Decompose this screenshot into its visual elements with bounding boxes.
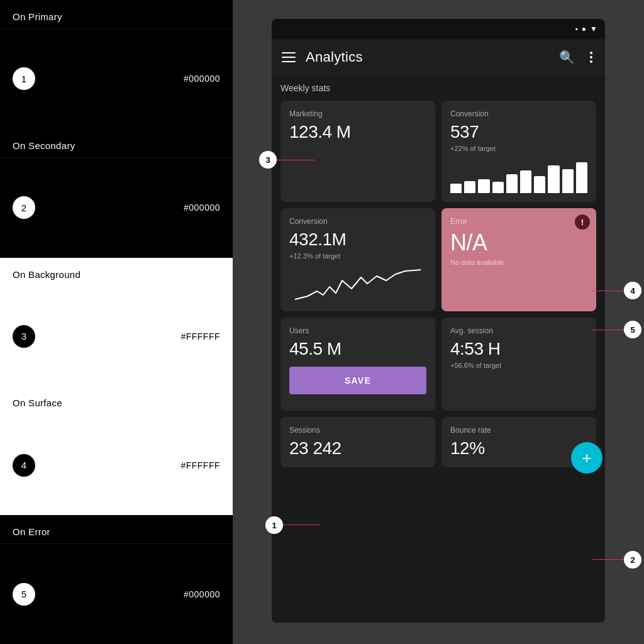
marketing-card: Marketing 123.4 M (280, 101, 435, 202)
on-primary-label: On Primary (0, 0, 233, 28)
on-error-label: On Error (0, 515, 233, 543)
status-square-icon: ▪ (575, 25, 578, 33)
left-panel: On Primary 1 #000000 On Secondary 2 #000… (0, 0, 233, 644)
conversion-top-value: 537 (450, 122, 587, 142)
annotation-4: 4 (624, 282, 641, 299)
on-error-row-1: 5 #000000 (0, 543, 233, 644)
annotation-line-5 (592, 330, 624, 330)
marketing-label: Marketing (289, 109, 426, 118)
bar-7 (534, 176, 545, 194)
on-secondary-row-1: 2 #000000 (0, 157, 233, 258)
on-surface-row-1: 4 #FFFFFF (0, 414, 233, 515)
annotation-2: 2 (624, 551, 641, 569)
content-area: Weekly stats Marketing 123.4 M Conversio… (272, 75, 605, 623)
status-circle-icon: ● (582, 25, 586, 33)
more-button[interactable] (587, 50, 595, 64)
users-value: 45.5 M (289, 339, 426, 359)
on-secondary-label: On Secondary (0, 129, 233, 157)
bar-5 (506, 174, 518, 193)
annotation-5: 5 (624, 321, 641, 338)
conversion-bottom-label: Conversion (289, 217, 426, 226)
bar-4 (492, 182, 504, 193)
error-card: Error ! N/A No data available (441, 208, 596, 311)
cards-grid: Marketing 123.4 M Conversion 537 +22% of… (280, 101, 596, 467)
on-background-row-1: 3 #FFFFFF (0, 286, 233, 387)
hex-4: #FFFFFF (180, 460, 220, 470)
bar-10 (576, 162, 587, 194)
error-label: Error (450, 217, 587, 226)
right-panel: 3 4 5 1 2 ▪ ● ▼ Analytics 🔍 (233, 0, 644, 644)
annotation-line-2 (592, 559, 624, 560)
on-background-section: On Background 3 #FFFFFF (0, 258, 233, 387)
on-surface-label: On Surface (0, 386, 233, 414)
conversion-bottom-value: 432.1M (289, 230, 426, 250)
avg-session-value: 4:53 H (450, 339, 587, 359)
error-sub: No data available (450, 258, 587, 266)
badge-1: 1 (13, 67, 35, 90)
hex-1: #000000 (184, 74, 220, 84)
error-value: N/A (450, 230, 587, 256)
on-primary-section: On Primary 1 #000000 (0, 0, 233, 129)
bar-3 (478, 179, 489, 193)
annotation-line-1 (283, 525, 321, 525)
status-bar: ▪ ● ▼ (272, 19, 605, 39)
bar-8 (548, 165, 559, 193)
users-card: Users 45.5 M SAVE (280, 318, 435, 411)
bar-2 (464, 181, 475, 193)
sessions-label: Sessions (289, 426, 426, 435)
hex-5: #000000 (184, 589, 220, 599)
conversion-bottom-sub: +12.3% of target (289, 252, 426, 260)
search-button[interactable]: 🔍 (557, 47, 577, 67)
avg-session-card: Avg. session 4:53 H +56.6% of target (441, 318, 596, 411)
save-button[interactable]: SAVE (289, 367, 426, 394)
bar-6 (520, 170, 531, 193)
on-background-label: On Background (0, 258, 233, 286)
bar-chart (450, 158, 587, 193)
bar-1 (450, 184, 462, 193)
hex-2: #000000 (184, 203, 220, 213)
bar-9 (562, 169, 574, 194)
avg-session-sub: +56.6% of target (450, 362, 587, 369)
badge-2: 2 (13, 196, 35, 219)
hex-3: #FFFFFF (180, 331, 220, 341)
conversion-top-sub: +22% of target (450, 145, 587, 152)
annotation-line-3 (277, 160, 314, 160)
menu-icon[interactable] (282, 52, 296, 62)
line-chart (289, 265, 426, 303)
badge-4: 4 (13, 454, 35, 477)
sessions-card: Sessions 23 242 (280, 417, 435, 467)
app-title: Analytics (306, 49, 547, 65)
conversion-top-label: Conversion (450, 109, 587, 118)
fab-button[interactable]: + (571, 442, 602, 474)
marketing-value: 123.4 M (289, 122, 426, 142)
bounce-rate-value: 12% (450, 438, 587, 458)
annotation-3: 3 (259, 151, 277, 169)
bounce-rate-label: Bounce rate (450, 426, 587, 435)
sessions-value: 23 242 (289, 438, 426, 458)
annotation-line-4 (592, 291, 624, 291)
conversion-top-card: Conversion 537 +22% of target (441, 101, 596, 202)
weekly-stats-label: Weekly stats (280, 83, 596, 93)
badge-3: 3 (13, 325, 35, 348)
line-chart-svg (289, 265, 426, 303)
badge-5: 5 (13, 583, 35, 606)
error-badge: ! (575, 214, 590, 230)
users-label: Users (289, 326, 426, 335)
on-secondary-section: On Secondary 2 #000000 (0, 129, 233, 258)
on-primary-row-1: 1 #000000 (0, 28, 233, 129)
on-error-section: On Error 5 #000000 (0, 515, 233, 644)
bounce-rate-card: Bounce rate 12% + (441, 417, 596, 467)
save-area: SAVE (289, 359, 426, 402)
app-bar: Analytics 🔍 (272, 39, 605, 75)
conversion-bottom-card: Conversion 432.1M +12.3% of target (280, 208, 435, 311)
status-signal-icon: ▼ (590, 25, 597, 33)
annotation-1: 1 (265, 516, 283, 534)
on-surface-section: On Surface 4 #FFFFFF (0, 386, 233, 515)
phone-mockup: ▪ ● ▼ Analytics 🔍 Weekly stats (272, 19, 605, 623)
avg-session-label: Avg. session (450, 326, 587, 335)
